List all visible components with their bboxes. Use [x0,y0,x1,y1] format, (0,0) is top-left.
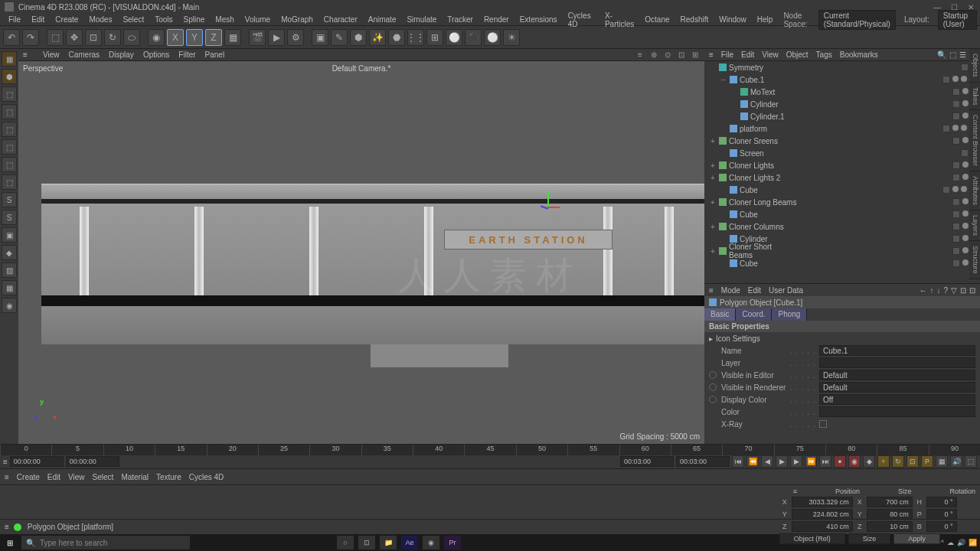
toolbar-btn-12[interactable]: Z [205,29,222,46]
task-ae[interactable]: Ae [401,536,418,549]
sidetab-content-browser[interactable]: Content Browser [969,110,980,171]
toolbar-btn-11[interactable]: Y [186,29,203,46]
coord-Y-pv[interactable]: 224.802 cm [792,509,853,520]
menu-spline[interactable]: Spline [178,15,211,24]
menu-simulate[interactable]: Simulate [401,15,442,24]
toolbar-btn-27[interactable]: ⚫ [465,29,482,46]
left-tool-8[interactable]: S [2,192,17,207]
left-tool-2[interactable]: ⬚ [2,86,17,102]
viewmenu-options[interactable]: Options [143,51,169,59]
left-tool-6[interactable]: ⬚ [2,157,17,172]
toolbar-btn-23[interactable]: ⬣ [388,29,405,46]
tree-item-cube-1[interactable]: −Cube.1 [704,73,980,86]
start-button[interactable]: ⊞ [3,536,17,549]
sidetab-structure[interactable]: Structure [969,241,980,279]
toolbar-btn-3[interactable]: ⬚ [47,29,64,46]
mat-menu-icon[interactable]: ≡ [5,473,9,481]
time-start[interactable]: 00:00:00 [10,456,64,467]
menu-x-particles[interactable]: X-Particles [599,11,639,28]
timeline-ruler[interactable]: 051015202530354045505560657075808590 [0,445,980,455]
goto-start[interactable]: ⏮ [732,455,744,468]
matmenu-material[interactable]: Material [121,473,149,481]
task-explorer[interactable]: 📁 [380,536,397,549]
coord-X-pv[interactable]: 3033.329 cm [792,497,853,507]
attrbtn-5[interactable]: ⊡ [960,286,966,295]
objmenu-edit[interactable]: Edit [741,51,754,59]
menu-octane[interactable]: Octane [639,15,675,24]
menu-animate[interactable]: Animate [363,15,402,24]
time-range[interactable]: 00:03:00 [676,456,730,467]
task-cortana[interactable]: ○ [337,536,354,549]
menu-create[interactable]: Create [50,15,83,24]
left-tool-12[interactable]: ▧ [2,262,17,278]
tree-item-cloner-lights-2[interactable]: +Cloner Lights 2 [704,171,980,184]
objmenu-object[interactable]: Object [786,51,808,59]
tree-item-cylinder-1[interactable]: Cylinder.1 [704,110,980,122]
coord-mode-select[interactable]: Object (Rel) [779,533,845,544]
key-param[interactable]: P [921,455,933,468]
menu-render[interactable]: Render [479,15,514,24]
objbtn-0[interactable]: 🔍 [937,51,946,59]
key-scale[interactable]: ⊡ [906,455,919,468]
objmenu-bookmarks[interactable]: Bookmarks [840,51,878,59]
objbtn-2[interactable]: ☰ [959,51,966,59]
objbtn-1[interactable]: ⬚ [949,51,956,59]
time-current[interactable]: 00:00:00 [66,456,119,467]
sidetab-layers[interactable]: Layers [969,210,980,241]
toolbar-btn-13[interactable]: ▦ [224,29,241,46]
sound-button[interactable]: 🔊 [950,455,962,468]
matmenu-select[interactable]: Select [93,473,114,481]
menu-character[interactable]: Character [318,15,363,24]
toolbar-btn-10[interactable]: X [167,29,184,46]
key-opts[interactable]: ⬚ [965,455,977,468]
autokey-button[interactable]: ◉ [848,455,861,468]
toolbar-btn-16[interactable]: ▶ [268,29,285,46]
attrmenu-user-data[interactable]: User Data [769,286,803,295]
tree-item-cylinder[interactable]: Cylinder [704,98,980,110]
toolbar-btn-26[interactable]: ⚪ [446,29,462,46]
prev-frame[interactable]: ◀ [761,455,773,468]
sidetab-objects[interactable]: Objects [969,49,980,83]
key-pos[interactable]: + [877,455,890,468]
matmenu-edit[interactable]: Edit [47,473,60,481]
tree-item-cloner-long-beams[interactable]: +Cloner Long Beams [704,196,980,208]
objmenu-file[interactable]: File [721,51,733,59]
status-menu-icon[interactable]: ≡ [5,523,9,531]
left-tool-5[interactable]: ⬚ [2,139,17,155]
toolbar-btn-28[interactable]: ⚪ [484,29,501,46]
coord-Y-rv[interactable]: 0 ° [926,509,957,520]
attrbtn-2[interactable]: ↓ [936,286,940,295]
viewbtn-4[interactable]: ⊞ [691,51,700,60]
menu-tracker[interactable]: Tracker [442,15,479,24]
tree-item-platform[interactable]: platform [704,122,980,135]
viewport[interactable]: Perspective Default Camera.* Grid Spacin… [18,61,704,444]
coord-Z-sv[interactable]: 10 cm [867,521,913,532]
attrmenu-mode[interactable]: Mode [721,286,740,295]
tree-item-cube[interactable]: Cube [704,257,980,269]
system-tray[interactable]: ^☁🔊📶 [941,539,977,546]
coord-Z-pv[interactable]: 410 cm [792,521,853,532]
left-tool-9[interactable]: S [2,210,17,225]
viewbtn-2[interactable]: ⊙ [663,51,672,60]
attrbtn-4[interactable]: ▽ [951,286,957,295]
prev-key[interactable]: ⏪ [746,455,759,468]
coord-size-select[interactable]: Size [848,533,891,544]
menu-redshift[interactable]: Redshift [675,15,714,24]
viewmenu-panel[interactable]: Panel [205,51,225,59]
viewbtn-1[interactable]: ⊕ [649,51,658,60]
menu-edit[interactable]: Edit [26,15,50,24]
attrbtn-1[interactable]: ↑ [929,286,933,295]
objmgr-menu-icon[interactable]: ≡ [709,51,714,59]
key-grid[interactable]: ▦ [936,455,948,468]
matmenu-view[interactable]: View [68,473,85,481]
toolbar-btn-24[interactable]: ⋮⋮ [407,29,424,46]
toolbar-btn-25[interactable]: ⊞ [426,29,443,46]
toolbar-btn-29[interactable]: ☀ [503,29,520,46]
play-button[interactable]: ▶ [776,455,788,468]
menu-help[interactable]: Help [752,15,779,24]
sidetab-takes[interactable]: Takes [969,83,980,111]
toolbar-btn-7[interactable]: ⬭ [123,29,140,46]
left-tool-13[interactable]: ▦ [2,280,17,295]
tree-item-cloner-columns[interactable]: +Cloner Columns [704,220,980,233]
objmenu-tags[interactable]: Tags [816,51,832,59]
